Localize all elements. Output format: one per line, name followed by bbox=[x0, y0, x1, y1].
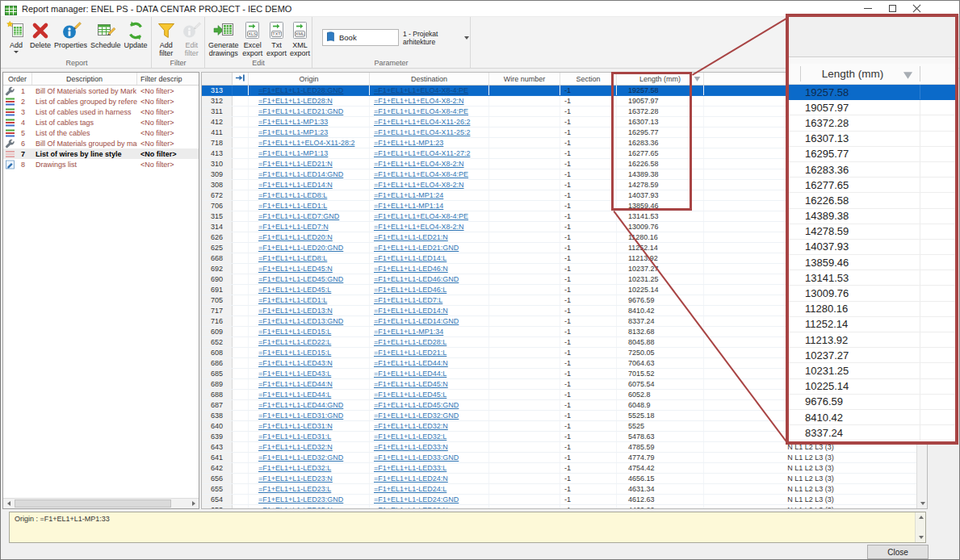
component-link[interactable]: =F1+EL1+L1-LED46:N bbox=[374, 265, 448, 273]
column-header-destination[interactable]: Destination bbox=[370, 73, 489, 85]
schedule-button[interactable]: Schedule bbox=[89, 19, 123, 50]
properties-button[interactable]: Properties bbox=[52, 19, 89, 50]
component-link[interactable]: =F1+EL1+L1-LED44:N bbox=[258, 380, 333, 388]
close-button[interactable]: Close bbox=[867, 545, 929, 559]
component-link[interactable]: =F1+EL1+L1-LED24:GND bbox=[374, 495, 459, 504]
component-link[interactable]: =F1+EL1+L1-LED7:L bbox=[374, 296, 442, 304]
component-link[interactable]: =F1+EL1+L1-LED7:N bbox=[258, 223, 329, 231]
component-link[interactable]: =F1+EL1+L1+ELO4-X8-2:N bbox=[374, 181, 464, 189]
scroll-down-button[interactable] bbox=[917, 499, 928, 508]
component-link[interactable]: =F1+EL1+L1-MP1:34 bbox=[374, 328, 443, 336]
update-button[interactable]: Update bbox=[123, 19, 149, 50]
component-link[interactable]: =F1+EL1+L1+ELO4-X8-2:N bbox=[374, 160, 464, 168]
excel-export-button[interactable]: XLSExcel export bbox=[241, 19, 265, 58]
xml-export-button[interactable]: XMLXML export bbox=[288, 19, 312, 58]
component-link[interactable]: =F1+EL1+L1-LED13:GND bbox=[258, 317, 343, 325]
component-link[interactable]: =F1+EL1+L1-LED45:L bbox=[258, 286, 331, 294]
component-link[interactable]: =F1+EL1+L1-LED23:N bbox=[258, 474, 333, 483]
wire-row[interactable]: 656=F1+EL1+L1-LED23:N=F1+EL1+L1-LED24:N-… bbox=[202, 474, 918, 484]
component-link[interactable]: =F1+EL1+L1-LED28:L bbox=[374, 338, 446, 346]
component-link[interactable]: =F1+EL1+L1-LED21:N bbox=[258, 160, 333, 168]
column-header-description[interactable]: Description bbox=[32, 73, 137, 85]
column-header-filter-descrip[interactable]: Filter descrip bbox=[137, 73, 199, 85]
component-link[interactable]: =F1+EL1+L1-LED45:N bbox=[258, 265, 333, 273]
scroll-left-button[interactable] bbox=[3, 499, 14, 508]
component-link[interactable]: =F1+EL1+L1+ELO4-X8-2:N bbox=[374, 97, 464, 105]
component-link[interactable]: =F1+EL1+L1-LED25:N bbox=[258, 506, 333, 509]
wire-row[interactable]: 655=F1+EL1+L1-LED23:L=F1+EL1+L1-LED24:L-… bbox=[202, 484, 918, 495]
component-link[interactable]: =F1+EL1+L1-LED32:N bbox=[258, 443, 333, 451]
column-header-section[interactable]: Section bbox=[560, 73, 617, 85]
delete-button[interactable]: Delete bbox=[28, 19, 52, 50]
component-link[interactable]: =F1+EL1+L1-MP1:23 bbox=[374, 139, 443, 147]
column-header-arrow[interactable] bbox=[233, 73, 249, 85]
component-link[interactable]: =F1+EL1+L1-LED33:L bbox=[374, 464, 446, 472]
status-box-scrollbar[interactable] bbox=[915, 512, 925, 542]
component-link[interactable]: =F1+EL1+L1-LED44:L bbox=[374, 370, 446, 378]
component-link[interactable]: =F1+EL1+L1-LED45:GND bbox=[374, 401, 459, 409]
component-link[interactable]: =F1+EL1+L1-LED33:N bbox=[374, 443, 448, 451]
component-link[interactable]: =F1+EL1+L1-LED32:GND bbox=[374, 412, 459, 420]
component-link[interactable]: =F1+EL1+L1-LED45:N bbox=[374, 380, 448, 388]
wire-row[interactable]: 641=F1+EL1+L1-LED32:GND=F1+EL1+L1-LED33:… bbox=[202, 453, 918, 463]
component-link[interactable]: =F1+EL1+L1-LED24:L bbox=[374, 485, 446, 493]
component-link[interactable]: =F1+EL1+L1-LED32:L bbox=[374, 433, 446, 441]
report-list-hscrollbar[interactable] bbox=[3, 498, 199, 508]
component-link[interactable]: =F1+EL1+L1-LED8:L bbox=[258, 191, 327, 199]
wire-row[interactable]: 642=F1+EL1+L1-LED32:L=F1+EL1+L1-LED33:L-… bbox=[202, 463, 918, 474]
generate-drawings-button[interactable]: Generate drawings bbox=[207, 19, 241, 58]
column-header-origin[interactable]: Origin bbox=[249, 73, 370, 85]
component-link[interactable]: =F1+EL1+L1-LED20:GND bbox=[258, 244, 343, 252]
component-link[interactable]: =F1+EL1+L1-LED21:N bbox=[374, 233, 448, 241]
component-link[interactable]: =F1+EL1+L1-LED45:GND bbox=[258, 275, 343, 283]
component-link[interactable]: =F1+EL1+L1-LED43:L bbox=[258, 370, 331, 378]
component-link[interactable]: =F1+EL1+L1+ELO4-X8-4:PE bbox=[374, 107, 468, 115]
component-link[interactable]: =F1+EL1+L1-LED28:N bbox=[258, 97, 333, 105]
component-link[interactable]: =F1+EL1+L1-LED44:N bbox=[374, 359, 448, 367]
component-link[interactable]: =F1+EL1+L1+ELO4-X11-26:2 bbox=[374, 118, 470, 126]
component-link[interactable]: =F1+EL1+L1-LED23:L bbox=[258, 485, 331, 493]
report-list-item[interactable]: 6Bill Of Materials grouped by manuf...<N… bbox=[3, 138, 199, 148]
report-list-item[interactable]: 2List of cables grouped by reference<No … bbox=[3, 96, 199, 107]
column-header-order[interactable]: Order bbox=[3, 73, 32, 85]
component-link[interactable]: =F1+EL1+L1+ELO4-X11-28:2 bbox=[258, 139, 354, 147]
status-scroll-down-button[interactable] bbox=[916, 533, 926, 542]
component-link[interactable]: =F1+EL1+L1-LED44:L bbox=[258, 391, 331, 399]
component-link[interactable]: =F1+EL1+L1-MP1:24 bbox=[374, 191, 443, 199]
component-link[interactable]: =F1+EL1+L1-LED20:N bbox=[258, 233, 333, 241]
component-link[interactable]: =F1+EL1+L1-LED32:N bbox=[374, 422, 448, 430]
component-link[interactable]: =F1+EL1+L1-LED22:L bbox=[258, 338, 331, 346]
component-link[interactable]: =F1+EL1+L1-LED13:N bbox=[258, 307, 333, 315]
component-link[interactable]: =F1+EL1+L1-LED32:L bbox=[258, 464, 331, 472]
component-link[interactable]: =F1+EL1+L1-LED14:N bbox=[258, 181, 333, 189]
component-link[interactable]: =F1+EL1+L1-LED7:GND bbox=[258, 212, 339, 220]
component-link[interactable]: =F1+EL1+L1-LED43:N bbox=[258, 359, 333, 367]
component-link[interactable]: =F1+EL1+L1-LED32:GND bbox=[258, 453, 343, 462]
component-link[interactable]: =F1+EL1+L1-LED14:GND bbox=[258, 170, 343, 178]
component-link[interactable]: =F1+EL1+L1-LED44:GND bbox=[258, 401, 343, 409]
scroll-right-button[interactable] bbox=[188, 499, 199, 508]
component-link[interactable]: =F1+EL1+L1-LED46:GND bbox=[374, 275, 459, 283]
component-link[interactable]: =F1+EL1+L1-LED31:L bbox=[258, 433, 331, 441]
project-selector[interactable]: 1 - Projekat arhitekture bbox=[403, 29, 469, 46]
component-link[interactable]: =F1+EL1+L1+ELO4-X8-4:PE bbox=[374, 212, 468, 220]
component-link[interactable]: =F1+EL1+L1-MP1:33 bbox=[258, 118, 328, 126]
filter-triangle-icon[interactable] bbox=[694, 76, 701, 84]
component-link[interactable]: =F1+EL1+L1-LED8:L bbox=[258, 254, 327, 262]
component-link[interactable]: =F1+EL1+L1-LED21:GND bbox=[374, 244, 459, 252]
report-list-item[interactable]: 4List of cables tags<No filter> bbox=[3, 117, 199, 127]
component-link[interactable]: =F1+EL1+L1-LED24:N bbox=[374, 474, 448, 483]
component-link[interactable]: =F1+EL1+L1-LED33:GND bbox=[374, 453, 459, 462]
report-list-item[interactable]: 7List of wires by line style<No filter> bbox=[3, 148, 199, 159]
status-scroll-up-button[interactable] bbox=[916, 512, 926, 522]
component-link[interactable]: =F1+EL1+L1+ELO4-X11-27:2 bbox=[374, 149, 470, 157]
report-list-item[interactable]: 8Drawings list<No filter> bbox=[3, 159, 199, 169]
component-link[interactable]: =F1+EL1+L1-LED31:N bbox=[258, 422, 333, 430]
add-button[interactable]: Add bbox=[4, 19, 28, 54]
report-list-item[interactable]: 1Bill Of Materials sorted by Mark<No fil… bbox=[3, 86, 199, 96]
add-filter-button[interactable]: Add filter bbox=[153, 19, 179, 58]
component-link[interactable]: =F1+EL1+L1-LED14:GND bbox=[374, 317, 459, 325]
component-link[interactable]: =F1+EL1+L1-LED46:L bbox=[374, 286, 446, 294]
component-link[interactable]: =F1+EL1+L1-LED15:L bbox=[258, 349, 331, 357]
component-link[interactable]: =F1+EL1+L1+ELO4-X8-4:PE bbox=[374, 170, 468, 178]
